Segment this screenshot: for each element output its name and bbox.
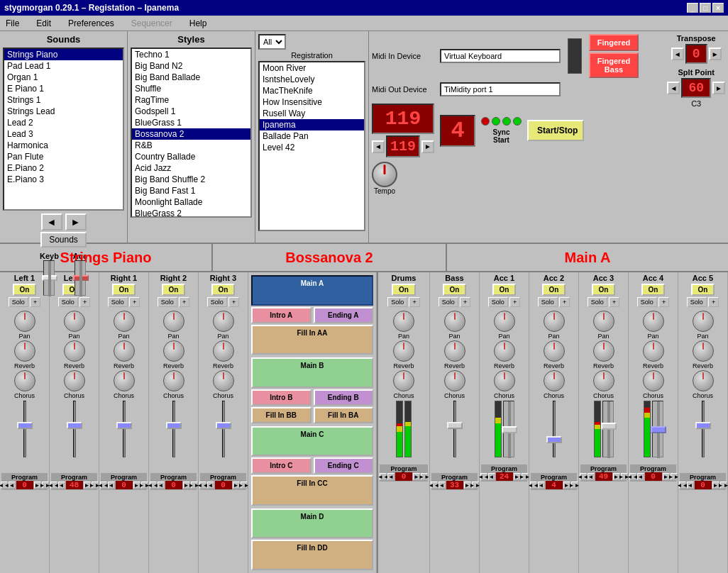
channel-drums-prog-end[interactable]: ►►	[421, 473, 428, 480]
channel-bass-reverb-knob[interactable]	[444, 340, 465, 362]
start-stop-button[interactable]: Start/Stop	[527, 120, 584, 141]
channel-right3-plus-button[interactable]: +	[228, 297, 239, 307]
sounds-item-1[interactable]: Pad Lead 1	[4, 60, 123, 72]
channel-left2-prog-back[interactable]: ◄	[58, 482, 65, 489]
channel-acc4-prog-prev[interactable]: ◄◄	[629, 473, 636, 480]
reg-item-7[interactable]: Level 42	[260, 142, 364, 153]
channel-left2-prog-prev[interactable]: ◄◄	[50, 482, 57, 489]
channel-acc3-pan-knob[interactable]	[593, 311, 614, 332]
channel-left1-on-button[interactable]: On	[13, 284, 37, 296]
registration-list[interactable]: Moon River IsntsheLovely MacTheKnife How…	[258, 61, 365, 231]
minimize-button[interactable]: _	[687, 3, 698, 13]
ending-a-button[interactable]: Ending A	[314, 307, 374, 323]
style-item-12[interactable]: Big Band Fast 1	[132, 185, 250, 196]
channel-acc1-plus-button[interactable]: +	[509, 297, 520, 307]
channel-acc3-chorus-knob[interactable]	[593, 370, 614, 391]
sounds-item-4[interactable]: Strings 1	[4, 94, 123, 106]
style-item-4[interactable]: RagTime	[132, 94, 250, 106]
channel-right2-prog-back[interactable]: ◄	[158, 482, 165, 489]
channel-right2-prog-prev[interactable]: ◄◄	[150, 482, 157, 489]
channel-acc1-on-button[interactable]: On	[492, 284, 517, 296]
channel-acc1-reverb-knob[interactable]	[494, 340, 515, 362]
reg-item-4[interactable]: Rusell Way	[260, 108, 364, 119]
fill-cc-button[interactable]: Fill In CC	[251, 475, 373, 506]
ending-b-button[interactable]: Ending B	[314, 389, 374, 406]
style-item-14[interactable]: BlueGrass 2	[132, 208, 250, 218]
style-item-6[interactable]: BlueGrass 1	[132, 117, 250, 128]
fill-dd-button[interactable]: Fill In DD	[251, 540, 373, 570]
channel-acc5-prog-prev[interactable]: ◄◄	[679, 482, 686, 489]
channel-bass-plus-button[interactable]: +	[460, 297, 470, 307]
style-item-13[interactable]: Moonlight Ballade	[132, 196, 250, 208]
split-down-button[interactable]: ◄	[667, 82, 680, 94]
sounds-list[interactable]: Strings Piano Pad Lead 1 Organ 1 E Piano…	[3, 48, 124, 211]
channel-acc3-reverb-knob[interactable]	[593, 340, 614, 362]
channel-drums-prog-back[interactable]: ◄	[387, 473, 395, 480]
channel-acc4-on-button[interactable]: On	[641, 284, 666, 296]
channel-right3-prog-back[interactable]: ◄	[207, 482, 214, 489]
midi-in-device-value[interactable]: Virtual Keyboard	[440, 49, 561, 63]
channel-left2-plus-button[interactable]: +	[79, 297, 90, 307]
style-item-1[interactable]: Big Band N2	[132, 60, 250, 72]
sounds-prev-button[interactable]: ◄	[41, 213, 62, 230]
main-a-button[interactable]: Main A	[251, 275, 373, 306]
sounds-item-11[interactable]: E.Piano 3	[4, 174, 123, 185]
channel-bass-prog-prev[interactable]: ◄◄	[431, 482, 438, 489]
menu-preferences[interactable]: Preferences	[65, 18, 117, 29]
channel-acc2-reverb-knob[interactable]	[544, 340, 565, 362]
channel-right1-on-button[interactable]: On	[112, 284, 136, 296]
sounds-item-9[interactable]: Pan Flute	[4, 151, 123, 162]
channel-drums-chorus-knob[interactable]	[393, 370, 414, 391]
channel-acc1-prog-back[interactable]: ◄	[488, 473, 495, 480]
intro-a-button[interactable]: Intro A	[251, 307, 311, 323]
channel-right3-prog-prev[interactable]: ◄◄	[199, 482, 206, 489]
channel-acc1-prog-end[interactable]: ►►	[522, 473, 529, 480]
channel-acc3-plus-button[interactable]: +	[609, 297, 619, 307]
sounds-next-button[interactable]: ►	[65, 213, 87, 230]
ending-c-button[interactable]: Ending C	[314, 457, 374, 474]
channel-right1-chorus-knob[interactable]	[114, 370, 135, 391]
channel-drums-solo-button[interactable]: Solo	[387, 297, 407, 307]
channel-acc5-pan-knob[interactable]	[693, 311, 714, 332]
channel-acc5-plus-button[interactable]: +	[708, 297, 719, 307]
channel-acc4-pan-knob[interactable]	[643, 311, 664, 332]
channel-bass-solo-button[interactable]: Solo	[439, 297, 458, 307]
menu-sequencer[interactable]: Sequencer	[128, 18, 175, 29]
channel-acc4-chorus-knob[interactable]	[643, 370, 664, 391]
channel-acc4-reverb-knob[interactable]	[643, 340, 664, 362]
channel-drums-on-button[interactable]: On	[392, 284, 416, 296]
channel-left2-solo-button[interactable]: Solo	[58, 297, 78, 307]
main-b-button[interactable]: Main B	[251, 357, 373, 388]
reg-item-6[interactable]: Ballade Pan	[260, 130, 364, 142]
channel-right3-chorus-knob[interactable]	[213, 370, 234, 391]
transpose-down-button[interactable]: ◄	[671, 48, 684, 60]
channel-acc5-prog-end[interactable]: ►►	[720, 482, 727, 489]
channel-acc5-prog-back[interactable]: ◄	[687, 482, 694, 489]
bpm-down-button[interactable]: ◄	[372, 140, 385, 153]
channel-acc2-chorus-knob[interactable]	[544, 370, 565, 391]
channel-acc5-reverb-knob[interactable]	[693, 340, 714, 362]
transpose-up-button[interactable]: ►	[709, 48, 722, 60]
channel-drums-prog-prev[interactable]: ◄◄	[380, 473, 387, 480]
channel-acc4-prog-end[interactable]: ►►	[671, 473, 678, 480]
channel-left1-plus-button[interactable]: +	[30, 297, 40, 307]
style-item-10[interactable]: Acid Jazz	[132, 162, 250, 174]
channel-drums-pan-knob[interactable]	[393, 311, 414, 332]
channel-bass-on-button[interactable]: On	[443, 284, 467, 296]
channel-acc4-plus-button[interactable]: +	[658, 297, 669, 307]
style-item-8[interactable]: R&B	[132, 140, 250, 151]
channel-right2-pan-knob[interactable]	[163, 311, 184, 332]
channel-acc2-prog-prev[interactable]: ◄◄	[530, 482, 537, 489]
channel-acc2-fader[interactable]	[548, 401, 560, 457]
channel-bass-chorus-knob[interactable]	[444, 370, 465, 391]
maximize-button[interactable]: □	[700, 3, 711, 13]
channel-acc5-solo-button[interactable]: Solo	[687, 297, 707, 307]
channel-right2-on-button[interactable]: On	[162, 284, 186, 296]
reg-item-1[interactable]: IsntsheLovely	[260, 74, 364, 85]
channel-right3-on-button[interactable]: On	[211, 284, 236, 296]
channel-bass-prog-end[interactable]: ►►	[472, 482, 479, 489]
sounds-item-3[interactable]: E Piano 1	[4, 83, 123, 94]
sounds-item-5[interactable]: Strings Lead	[4, 106, 123, 117]
channel-acc1-pan-knob[interactable]	[494, 311, 515, 332]
style-item-0[interactable]: Techno 1	[132, 49, 250, 60]
